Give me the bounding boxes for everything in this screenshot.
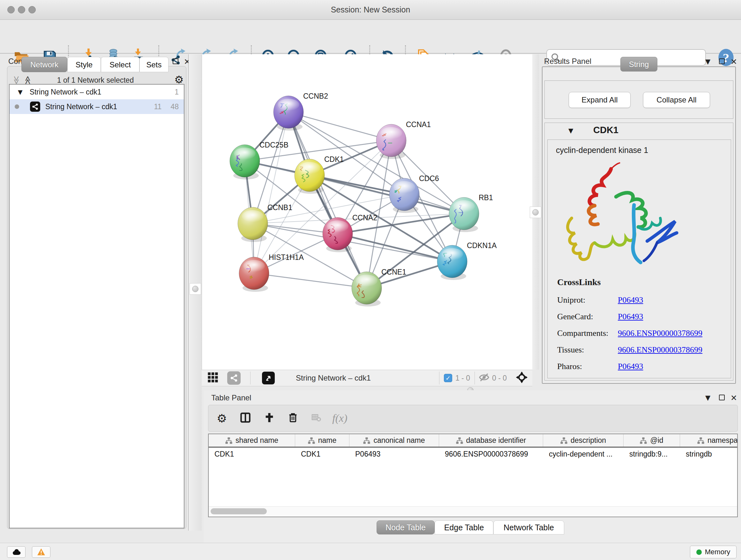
table-cell[interactable]: P06493 xyxy=(349,448,439,460)
view-title: String Network – cdk1 xyxy=(296,374,371,382)
view-toolbar-separator xyxy=(439,372,440,384)
cloud-button[interactable] xyxy=(7,546,25,558)
column-header-name[interactable]: name xyxy=(295,434,349,447)
column-header-id[interactable]: @id xyxy=(623,434,680,447)
tab-sets[interactable]: Sets xyxy=(139,57,169,72)
table-cell[interactable]: stringdb xyxy=(680,448,738,460)
network-view-icon[interactable] xyxy=(227,371,241,385)
node-label-CDC25B: CDC25B xyxy=(259,141,288,149)
hidden-eye-icon xyxy=(479,372,489,384)
grid-view-icon[interactable] xyxy=(207,372,218,384)
status-bar: Memory xyxy=(0,543,741,560)
collapse-all-button[interactable]: Collapse All xyxy=(643,92,710,108)
table-panel-title: Table Panel xyxy=(211,393,251,402)
splitter-handle[interactable] xyxy=(190,283,201,295)
column-header-namespace[interactable]: namespace xyxy=(680,434,738,447)
crosslink-label: Pharos: xyxy=(557,362,618,371)
network-node-CCNB1[interactable]: CCNB1 xyxy=(238,203,292,242)
table-cell[interactable]: 9606.ENSP00000378699 xyxy=(439,448,543,460)
expand-all-button[interactable]: Expand All xyxy=(569,92,630,108)
tree-collapse-icon[interactable]: ▼ xyxy=(18,88,23,96)
column-header-description[interactable]: description xyxy=(543,434,623,447)
tab-string[interactable]: String xyxy=(620,57,657,71)
crosslink-row: Tissues:9606.ENSP00000378699 xyxy=(557,341,723,358)
memory-status-icon xyxy=(696,550,702,555)
panel-close-icon[interactable]: ✕ xyxy=(731,57,737,66)
table-cell[interactable]: CDK1 xyxy=(209,448,295,460)
node-label-CCNE1: CCNE1 xyxy=(381,268,406,276)
node-label-CCNB1: CCNB1 xyxy=(267,203,292,212)
table-cell[interactable]: CDK1 xyxy=(295,448,349,460)
horizontal-scrollbar[interactable] xyxy=(209,506,737,516)
crosslink-link[interactable]: P06493 xyxy=(618,295,643,305)
node-label-RB1: RB1 xyxy=(479,193,493,202)
node-label-CCNB2: CCNB2 xyxy=(303,92,328,100)
table-row[interactable]: CDK1CDK1P064939606.ENSP00000378699cyclin… xyxy=(209,448,737,460)
crosslink-link[interactable]: P06493 xyxy=(618,312,643,321)
column-header-canonicalname[interactable]: canonical name xyxy=(349,434,439,447)
left-splitter[interactable] xyxy=(188,54,202,531)
crosslink-row: GeneCard:P06493 xyxy=(557,308,723,325)
crosslink-link[interactable]: P06493 xyxy=(618,362,643,371)
node-label-CDK1: CDK1 xyxy=(324,155,344,164)
network-tree-row-selected[interactable]: String Network – cdk1 11 48 xyxy=(10,99,184,114)
results-panel: Results Panel ▼ ✕ String Expand All Coll… xyxy=(539,54,741,393)
network-node-CCNB2[interactable]: CCNB2 xyxy=(273,92,328,131)
show-columns-icon[interactable] xyxy=(240,412,251,425)
network-tree-root-row[interactable]: ▼ String Network – cdk1 1 xyxy=(10,84,184,99)
hidden-count: 0 - 0 xyxy=(492,374,507,382)
network-view-toolbar: String Network – cdk1 ✓ 1 - 0 0 - 0 xyxy=(202,370,532,386)
view-toolbar-separator xyxy=(250,372,251,384)
network-node-CCNE1[interactable]: CCNE1 xyxy=(352,268,406,307)
network-node-CDC25B[interactable]: CDC25B xyxy=(230,141,288,179)
network-node-CDK1[interactable]: CDK1 xyxy=(294,155,344,194)
panel-menu-icon[interactable]: ▼ xyxy=(705,58,711,65)
gene-description: cyclin-dependent kinase 1 xyxy=(556,145,648,155)
table-cell[interactable]: stringdb:9... xyxy=(623,448,680,460)
protein-structure-image[interactable] xyxy=(557,159,691,274)
network-status-dot xyxy=(15,105,19,109)
panel-float-icon[interactable] xyxy=(719,58,725,65)
network-node-CCNA2[interactable]: CCNA2 xyxy=(323,213,377,252)
network-node-CDC6[interactable]: CDC6 xyxy=(389,174,439,213)
tab-node-table[interactable]: Node Table xyxy=(377,520,434,535)
add-column-icon[interactable] xyxy=(264,412,275,424)
network-node-RB1[interactable]: RB1 xyxy=(449,193,493,232)
scrollbar-thumb[interactable] xyxy=(211,508,267,514)
column-header-databaseidentifier[interactable]: database identifier xyxy=(439,434,543,447)
selected-checkbox-icon[interactable]: ✓ xyxy=(444,374,452,382)
table-toolbar: ⚙ f(x) xyxy=(208,405,738,432)
tab-network-table[interactable]: Network Table xyxy=(493,520,564,535)
network-node-HIST1H1A[interactable]: HIST1H1A xyxy=(239,253,304,292)
table-gear-icon[interactable]: ⚙ xyxy=(217,412,227,425)
crosslink-link[interactable]: 9606.ENSP00000378699 xyxy=(618,328,702,338)
warning-button[interactable] xyxy=(32,546,51,558)
tab-network[interactable]: Network xyxy=(21,57,67,72)
crosslink-link[interactable]: 9606.ENSP00000378699 xyxy=(618,345,702,355)
section-collapse-icon[interactable]: ▼ xyxy=(568,127,573,134)
tab-edge-table[interactable]: Edge Table xyxy=(434,520,493,535)
detach-view-icon[interactable] xyxy=(262,372,275,384)
memory-button[interactable]: Memory xyxy=(690,546,737,558)
node-label-CCNA2: CCNA2 xyxy=(352,213,377,222)
right-splitter[interactable] xyxy=(532,54,539,370)
gene-name: CDK1 xyxy=(593,125,618,135)
network-canvas[interactable]: CCNB2CCNA1CDC25BCDK1CDC6RB1CCNB1CCNA2CDK… xyxy=(202,54,532,370)
crosslinks-heading: CrossLinks xyxy=(557,277,723,287)
network-node-CDKN1A[interactable]: CDKN1A xyxy=(437,241,497,280)
delete-column-icon[interactable] xyxy=(287,412,298,424)
crosslinks-section: CrossLinks Uniprot:P06493GeneCard:P06493… xyxy=(557,277,723,375)
view-toolbar-separator xyxy=(475,372,475,384)
table-cell[interactable]: cyclin-dependent ... xyxy=(543,448,623,460)
panel-float-icon[interactable] xyxy=(719,395,725,401)
birds-eye-icon[interactable] xyxy=(516,371,528,385)
panel-menu-icon[interactable]: ▼ xyxy=(705,394,711,401)
node-count: 11 xyxy=(154,103,162,111)
tab-style[interactable]: Style xyxy=(67,57,101,72)
panel-close-icon[interactable]: ✕ xyxy=(731,393,737,402)
control-panel: Control Panel ▼ ✕ NetworkStyleSelectSets… xyxy=(3,54,188,531)
crosslink-row: Pharos:P06493 xyxy=(557,358,723,375)
function-builder-icon: f(x) xyxy=(332,412,347,424)
tab-select[interactable]: Select xyxy=(101,57,139,72)
column-header-sharedname[interactable]: shared name xyxy=(209,434,295,447)
